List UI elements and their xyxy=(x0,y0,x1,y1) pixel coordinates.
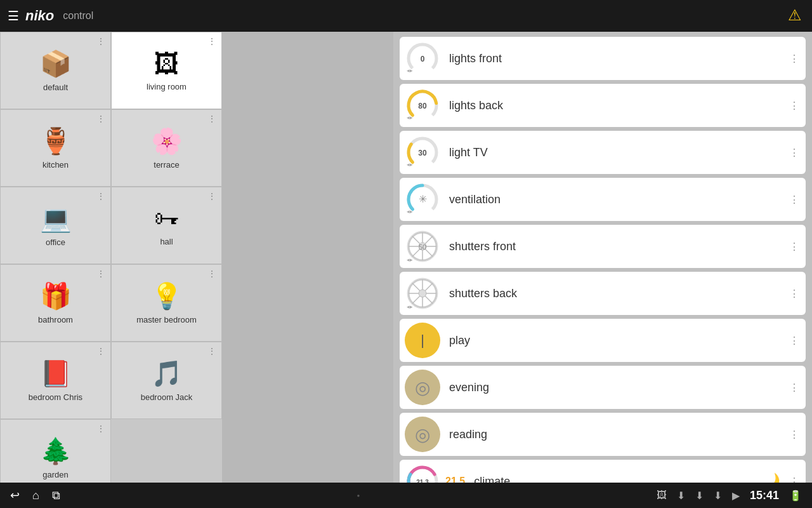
clock: 15:41 xyxy=(750,489,779,502)
warning-icon[interactable]: ⚠ xyxy=(788,6,802,24)
logo: niko xyxy=(25,8,54,24)
svg-text:0: 0 xyxy=(421,55,425,64)
scene-btn-evening[interactable]: ◎ xyxy=(405,370,440,405)
row-label-reading: reading xyxy=(449,428,799,441)
sidebar-item-living-room[interactable]: ⋮ 🖼 living room xyxy=(111,32,222,109)
download1-icon[interactable]: ⬇ xyxy=(677,490,685,502)
svg-text:◂▸: ◂▸ xyxy=(407,67,413,74)
knob-lights-front[interactable]: 0 ◂▸ xyxy=(405,41,440,76)
row-dots-lights-front[interactable]: ⋮ xyxy=(789,53,799,65)
sidebar: ⋮ 📦 default ⋮ 🖼 living room ⋮ 🏺 kitchen … xyxy=(0,32,222,483)
row-dots-shutters-back[interactable]: ⋮ xyxy=(789,288,799,300)
row-label-play: play xyxy=(449,334,799,347)
room-icon-kitchen: 🏺 xyxy=(40,126,72,156)
control-row-light-tv[interactable]: 30 ◂▸ light TV ⋮ xyxy=(400,131,806,174)
download2-icon[interactable]: ⬇ xyxy=(695,490,704,502)
sidebar-item-bedroom-chris[interactable]: ⋮ 📕 bedroom Chris xyxy=(0,342,111,419)
bottom-right: 🖼 ⬇ ⬇ ⬇ ▶ 15:41 🔋 xyxy=(657,489,802,502)
row-dots-evening[interactable]: ⋮ xyxy=(789,382,799,394)
svg-text:◂▸: ◂▸ xyxy=(407,257,413,263)
menu-icon[interactable]: ☰ xyxy=(8,8,19,23)
control-row-ventilation[interactable]: ✳ ◂▸ ventilation ⋮ xyxy=(400,178,806,221)
knob-climate[interactable]: 21.3 ◂▸ xyxy=(405,464,440,483)
download3-icon[interactable]: ⬇ xyxy=(714,490,722,502)
cell-dots-kitchen: ⋮ xyxy=(96,114,105,124)
knob-lights-back[interactable]: 80 ◂▸ xyxy=(405,88,440,123)
sidebar-item-kitchen[interactable]: ⋮ 🏺 kitchen xyxy=(0,109,111,187)
row-label-climate: climate xyxy=(474,475,761,483)
sidebar-item-terrace[interactable]: ⋮ 🌸 terrace xyxy=(111,109,222,187)
room-label-terrace: terrace xyxy=(154,160,179,170)
control-row-play[interactable]: | play ⋮ xyxy=(400,319,806,362)
svg-text:◂▸: ◂▸ xyxy=(407,208,413,215)
topbar: ☰ niko control ⚠ xyxy=(0,0,812,32)
sidebar-item-garden[interactable]: ⋮ 🌲 garden xyxy=(0,419,111,483)
svg-point-23 xyxy=(419,290,426,297)
row-dots-shutters-front[interactable]: ⋮ xyxy=(789,241,799,253)
cell-dots-living-room: ⋮ xyxy=(207,36,216,46)
room-icon-terrace: 🌸 xyxy=(151,126,183,156)
svg-text:50: 50 xyxy=(419,243,426,251)
control-row-shutters-front[interactable]: ◂▸ 50 shutters front ⋮ xyxy=(400,225,806,268)
room-icon-bedroom-jack: 🎵 xyxy=(151,359,183,389)
svg-text:21.3: 21.3 xyxy=(416,479,429,483)
row-dots-reading[interactable]: ⋮ xyxy=(789,429,799,441)
row-dots-climate[interactable]: ⋮ xyxy=(789,476,799,483)
battery-icon: 🔋 xyxy=(789,490,802,502)
recent-apps-icon[interactable]: ⧉ xyxy=(52,489,60,502)
cell-dots-bedroom-chris: ⋮ xyxy=(96,346,105,356)
gallery-icon[interactable]: 🖼 xyxy=(657,490,667,501)
sidebar-item-hall[interactable]: ⋮ 🗝 hall xyxy=(111,187,222,264)
control-row-reading[interactable]: ◎ reading ⋮ xyxy=(400,413,806,456)
right-panel: 0 ◂▸ lights front ⋮ 80 ◂▸ lights back ⋮ … xyxy=(393,32,812,483)
room-icon-hall: 🗝 xyxy=(154,204,180,233)
room-label-office: office xyxy=(46,237,65,247)
knob-shutters-back[interactable]: ◂▸ xyxy=(405,276,440,311)
room-icon-bedroom-chris: 📕 xyxy=(40,359,72,389)
home-icon[interactable]: ⌂ xyxy=(32,489,39,502)
row-dots-lights-back[interactable]: ⋮ xyxy=(789,100,799,112)
control-row-climate[interactable]: 21.3 ◂▸ 21.5 climate 🌙 ⋮ xyxy=(400,460,806,483)
room-label-garden: garden xyxy=(43,470,68,479)
room-icon-bathroom: 🎁 xyxy=(40,281,72,311)
svg-text:◂▸: ◂▸ xyxy=(407,161,413,168)
control-row-evening[interactable]: ◎ evening ⋮ xyxy=(400,366,806,409)
control-row-lights-back[interactable]: 80 ◂▸ lights back ⋮ xyxy=(400,84,806,127)
main-area: ⋮ 📦 default ⋮ 🖼 living room ⋮ 🏺 kitchen … xyxy=(0,32,812,483)
room-label-master-bedroom: master bedroom xyxy=(136,315,197,324)
sidebar-item-office[interactable]: ⋮ 💻 office xyxy=(0,187,111,264)
sidebar-item-bathroom[interactable]: ⋮ 🎁 bathroom xyxy=(0,264,111,342)
row-dots-light-tv[interactable]: ⋮ xyxy=(789,147,799,159)
media-icon[interactable]: ▶ xyxy=(732,490,740,502)
row-label-light-tv: light TV xyxy=(449,146,799,159)
bottombar: ↩ ⌂ ⧉ ● 🖼 ⬇ ⬇ ⬇ ▶ 15:41 🔋 xyxy=(0,483,812,508)
cell-dots-default: ⋮ xyxy=(96,36,105,46)
control-row-shutters-back[interactable]: ◂▸ shutters back ⋮ xyxy=(400,272,806,315)
row-label-lights-front: lights front xyxy=(449,52,799,65)
row-label-evening: evening xyxy=(449,381,799,394)
knob-light-tv[interactable]: 30 ◂▸ xyxy=(405,135,440,170)
cell-dots-bedroom-jack: ⋮ xyxy=(207,346,216,356)
row-dots-play[interactable]: ⋮ xyxy=(789,335,799,347)
room-label-default: default xyxy=(43,83,68,92)
svg-text:✳: ✳ xyxy=(419,194,427,204)
svg-text:30: 30 xyxy=(418,149,427,157)
bottom-left: ↩ ⌂ ⧉ xyxy=(10,488,60,502)
sidebar-item-bedroom-jack[interactable]: ⋮ 🎵 bedroom Jack xyxy=(111,342,222,419)
room-label-living-room: living room xyxy=(147,82,187,91)
room-label-bathroom: bathroom xyxy=(38,315,73,324)
knob-shutters-front[interactable]: ◂▸ 50 xyxy=(405,229,440,264)
control-row-lights-front[interactable]: 0 ◂▸ lights front ⋮ xyxy=(400,37,806,80)
play-button[interactable]: | xyxy=(405,323,440,358)
room-icon-office: 💻 xyxy=(40,204,72,234)
sidebar-item-default[interactable]: ⋮ 📦 default xyxy=(0,32,111,109)
room-icon-living-room: 🖼 xyxy=(154,50,180,78)
sidebar-item-master-bedroom[interactable]: ⋮ 💡 master bedroom xyxy=(111,264,222,342)
back-icon[interactable]: ↩ xyxy=(10,488,20,502)
moon-icon[interactable]: 🌙 xyxy=(761,472,780,483)
scene-btn-reading[interactable]: ◎ xyxy=(405,417,440,452)
knob-ventilation[interactable]: ✳ ◂▸ xyxy=(405,182,440,217)
row-label-ventilation: ventilation xyxy=(449,193,799,206)
app-title: control xyxy=(63,10,93,22)
row-dots-ventilation[interactable]: ⋮ xyxy=(789,194,799,206)
